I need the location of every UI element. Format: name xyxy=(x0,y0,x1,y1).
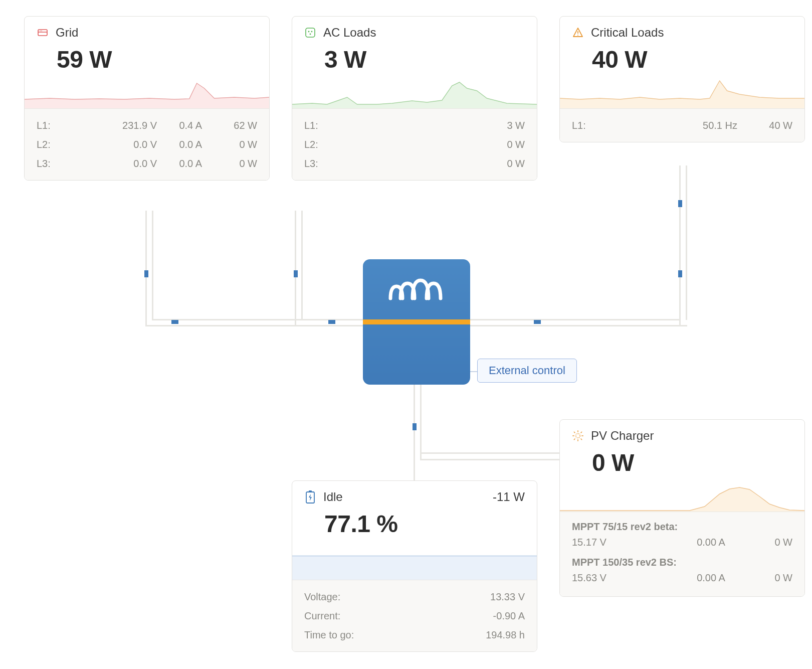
pv-main-value: 0 W xyxy=(560,447,804,476)
connector-line xyxy=(152,211,153,320)
grid-l3-row: L3: 0.0 V 0.0 A 0 W xyxy=(37,154,257,173)
flow-marker xyxy=(294,270,298,277)
connector-line xyxy=(466,319,681,320)
ac-l3-row: L3: 0 W xyxy=(304,154,525,173)
svg-line-20 xyxy=(574,439,575,440)
critical-loads-main-value: 40 W xyxy=(560,44,804,73)
battery-icon xyxy=(304,491,316,503)
flow-marker xyxy=(678,200,682,207)
battery-power: -11 W xyxy=(493,490,525,504)
flow-marker xyxy=(678,270,682,277)
battery-ttg-row: Time to go: 194.98 h xyxy=(304,625,525,644)
flow-marker xyxy=(171,320,178,324)
ac-l1-row: L1: 3 W xyxy=(304,116,525,135)
ac-l2-row: L2: 0 W xyxy=(304,135,525,154)
svg-rect-4 xyxy=(306,28,315,37)
plug-icon xyxy=(304,27,316,39)
warning-icon xyxy=(572,27,584,39)
ac-loads-main-value: 3 W xyxy=(292,44,537,73)
critical-loads-title: Critical Loads xyxy=(591,26,664,40)
device-status-chip[interactable]: External control xyxy=(477,359,577,383)
flow-marker xyxy=(413,423,417,430)
battery-card[interactable]: Idle -11 W 77.1 % Voltage: 13.33 V Curre… xyxy=(292,480,537,652)
svg-point-7 xyxy=(310,34,311,35)
svg-rect-12 xyxy=(292,556,537,580)
pv-title: PV Charger xyxy=(591,429,654,443)
connector-line xyxy=(414,384,415,481)
inverter-device[interactable] xyxy=(363,259,470,385)
svg-line-18 xyxy=(574,432,575,433)
connector-line xyxy=(679,165,681,326)
connector-line xyxy=(420,384,422,459)
flow-marker xyxy=(328,320,335,324)
pv-device-2-row: 15.63 V 0.00 A 0 W xyxy=(572,568,792,587)
grid-card[interactable]: Grid 59 W L1: 231.9 V 0.4 A 62 W L2: 0.0… xyxy=(24,16,270,181)
grid-main-value: 59 W xyxy=(25,44,269,73)
sun-icon xyxy=(572,430,584,442)
connector-line xyxy=(145,325,366,326)
pv-device-1-row: 15.17 V 0.00 A 0 W xyxy=(572,533,792,552)
critical-l1-row: L1: 50.1 Hz 40 W xyxy=(572,116,792,135)
svg-point-6 xyxy=(311,31,313,33)
pv-device-1-name: MPPT 75/15 rev2 beta: xyxy=(572,521,792,533)
connector-line xyxy=(301,211,303,320)
connector-line xyxy=(295,211,296,326)
svg-rect-0 xyxy=(38,30,47,36)
grid-l2-row: L2: 0.0 V 0.0 A 0 W xyxy=(37,135,257,154)
svg-point-13 xyxy=(576,434,580,438)
flow-marker xyxy=(534,320,541,324)
svg-point-9 xyxy=(577,35,578,36)
grid-title: Grid xyxy=(56,26,78,40)
connector-line xyxy=(686,165,687,320)
connector-line xyxy=(420,459,570,460)
svg-line-19 xyxy=(581,439,582,440)
pv-charger-card[interactable]: PV Charger 0 W MPPT 75/15 rev2 beta: 15.… xyxy=(559,419,805,597)
ac-loads-sparkline xyxy=(292,73,537,108)
connector-line xyxy=(466,325,687,326)
svg-point-5 xyxy=(308,31,310,33)
grid-l1-row: L1: 231.9 V 0.4 A 62 W xyxy=(37,116,257,135)
connector-line xyxy=(145,211,147,326)
ac-loads-card[interactable]: AC Loads 3 W L1: 3 W L2: 0 W L3: 0 W xyxy=(292,16,537,181)
critical-loads-card[interactable]: Critical Loads 40 W L1: 50.1 Hz 40 W xyxy=(559,16,805,142)
battery-current-row: Current: -0.90 A xyxy=(304,606,525,625)
victron-logo-icon xyxy=(386,274,447,304)
battery-sparkline xyxy=(292,548,537,580)
critical-loads-sparkline xyxy=(560,73,804,108)
ac-loads-title: AC Loads xyxy=(323,26,376,40)
grid-icon xyxy=(37,27,49,39)
svg-rect-11 xyxy=(309,490,312,492)
device-band xyxy=(363,319,470,324)
pv-device-2-name: MPPT 150/35 rev2 BS: xyxy=(572,557,792,568)
battery-soc: 77.1 % xyxy=(292,508,537,538)
svg-point-2 xyxy=(40,31,41,32)
connector-line xyxy=(420,452,570,454)
flow-marker xyxy=(144,270,148,277)
pv-sparkline xyxy=(560,476,804,512)
svg-line-21 xyxy=(581,432,582,433)
svg-point-3 xyxy=(41,31,42,32)
battery-status: Idle xyxy=(323,490,343,504)
battery-voltage-row: Voltage: 13.33 V xyxy=(304,587,525,606)
grid-sparkline xyxy=(25,73,269,108)
